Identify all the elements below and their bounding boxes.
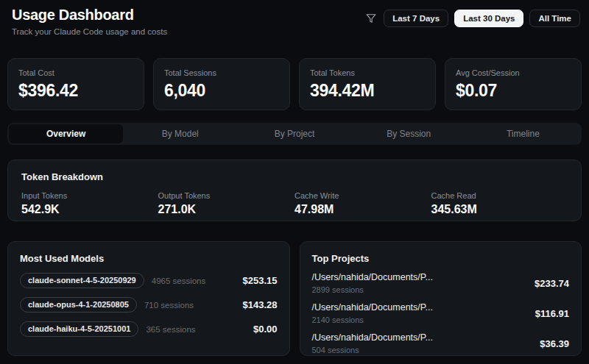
model-cost: $253.15: [243, 275, 278, 286]
tab-by-model[interactable]: By Model: [123, 124, 237, 143]
tab-by-session[interactable]: By Session: [352, 124, 466, 143]
view-tabs: Overview By Model By Project By Session …: [7, 123, 582, 145]
stat-value: $0.07: [456, 81, 571, 101]
model-name-badge: claude-opus-4-1-20250805: [20, 297, 137, 313]
most-used-models-panel: Most Used Models claude-sonnet-4-5-20250…: [7, 241, 290, 356]
most-used-models-title: Most Used Models: [20, 253, 278, 264]
header: Usage Dashboard Track your Claude Code u…: [0, 0, 589, 36]
token-label: Cache Write: [294, 191, 431, 200]
token-stat-input: Input Tokens 542.9K: [21, 191, 158, 216]
project-cost: $116.91: [535, 308, 569, 319]
project-path: /Users/nahida/Documents/P...: [312, 332, 433, 343]
token-value: 542.9K: [21, 203, 158, 216]
model-sessions: 710 sessions: [144, 301, 194, 310]
stat-card-total-tokens: Total Tokens 394.42M: [299, 58, 436, 110]
tab-by-project[interactable]: By Project: [237, 124, 351, 143]
stat-label: Total Cost: [18, 68, 133, 77]
header-titles: Usage Dashboard Track your Claude Code u…: [12, 7, 167, 36]
stat-card-total-cost: Total Cost $396.42: [7, 58, 144, 110]
project-sessions: 2899 sessions: [312, 285, 433, 294]
model-name-badge: claude-haiku-4-5-20251001: [20, 321, 138, 337]
project-row: /Users/nahida/Documents/P... 2899 sessio…: [312, 272, 570, 294]
token-stat-cache-write: Cache Write 47.98M: [294, 191, 431, 216]
stat-value: 394.42M: [310, 81, 425, 101]
project-row: /Users/nahida/Documents/P... 504 session…: [312, 332, 570, 354]
token-breakdown-title: Token Breakdown: [21, 171, 568, 182]
model-row: claude-opus-4-1-20250805 710 sessions $1…: [20, 297, 278, 313]
top-projects-panel: Top Projects /Users/nahida/Documents/P..…: [300, 241, 582, 356]
stat-value: 6,040: [164, 81, 279, 101]
top-projects-title: Top Projects: [312, 253, 570, 264]
filter-all-time-button[interactable]: All Time: [529, 10, 580, 27]
project-sessions: 504 sessions: [312, 346, 433, 354]
stats-row: Total Cost $396.42 Total Sessions 6,040 …: [7, 58, 582, 110]
token-value: 271.0K: [158, 203, 295, 216]
project-cost: $36.39: [540, 338, 569, 349]
model-row: claude-haiku-4-5-20251001 365 sessions $…: [20, 321, 278, 337]
stat-label: Avg Cost/Session: [456, 68, 571, 77]
token-stat-output: Output Tokens 271.0K: [158, 191, 295, 216]
page-subtitle: Track your Claude Code usage and costs: [12, 27, 167, 36]
stat-label: Total Tokens: [310, 68, 425, 77]
project-path: /Users/nahida/Documents/P...: [312, 302, 433, 313]
tab-timeline[interactable]: Timeline: [466, 124, 580, 143]
token-label: Input Tokens: [21, 191, 158, 200]
token-stat-cache-read: Cache Read 345.63M: [431, 191, 568, 216]
project-info: /Users/nahida/Documents/P... 504 session…: [312, 332, 433, 354]
tab-overview[interactable]: Overview: [9, 124, 123, 143]
filter-last-7-days-button[interactable]: Last 7 Days: [384, 10, 448, 27]
model-cost: $0.00: [253, 324, 278, 335]
project-info: /Users/nahida/Documents/P... 2899 sessio…: [312, 272, 433, 294]
model-name-badge: claude-sonnet-4-5-20250929: [20, 273, 144, 288]
stat-card-total-sessions: Total Sessions 6,040: [153, 58, 290, 110]
bottom-panels: Most Used Models claude-sonnet-4-5-20250…: [7, 241, 582, 356]
page-title: Usage Dashboard: [12, 7, 167, 24]
token-label: Output Tokens: [158, 191, 295, 200]
project-row: /Users/nahida/Documents/P... 2140 sessio…: [312, 302, 570, 324]
model-row: claude-sonnet-4-5-20250929 4965 sessions…: [20, 273, 278, 288]
token-value: 47.98M: [294, 203, 431, 216]
token-breakdown-grid: Input Tokens 542.9K Output Tokens 271.0K…: [21, 191, 568, 216]
model-sessions: 365 sessions: [146, 325, 195, 334]
usage-dashboard-page: Usage Dashboard Track your Claude Code u…: [0, 0, 589, 364]
filter-last-30-days-button[interactable]: Last 30 Days: [454, 10, 523, 27]
project-info: /Users/nahida/Documents/P... 2140 sessio…: [312, 302, 433, 324]
project-sessions: 2140 sessions: [312, 315, 433, 324]
funnel-icon[interactable]: [366, 13, 376, 24]
token-breakdown-panel: Token Breakdown Input Tokens 542.9K Outp…: [7, 160, 582, 221]
date-filter-group: Last 7 Days Last 30 Days All Time: [366, 10, 580, 27]
model-cost: $143.28: [243, 299, 278, 310]
stat-value: $396.42: [18, 81, 133, 101]
token-label: Cache Read: [431, 191, 568, 200]
token-value: 345.63M: [431, 203, 568, 216]
project-cost: $233.74: [535, 278, 569, 289]
model-sessions: 4965 sessions: [152, 276, 206, 285]
stat-card-avg-cost-session: Avg Cost/Session $0.07: [445, 58, 582, 110]
project-path: /Users/nahida/Documents/P...: [312, 272, 433, 282]
stat-label: Total Sessions: [164, 68, 279, 77]
